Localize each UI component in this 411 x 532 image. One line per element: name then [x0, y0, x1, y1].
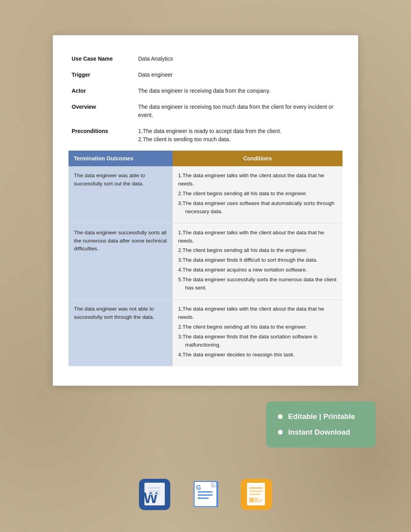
list-item: 1.The data engineer talks with the clien… [178, 172, 337, 188]
feature-download-label: Instant Download [288, 428, 350, 437]
list-item: 3.The data engineer finds that the data … [178, 333, 337, 349]
feature-editable-label: Editable | Printable [288, 412, 355, 421]
features-badge: Editable | Printable Instant Download [266, 401, 376, 448]
col-header-outcomes: Termination Outcomes [68, 151, 173, 166]
bullet-icon [278, 414, 283, 419]
svg-rect-22 [249, 487, 263, 489]
outcome-cell: The data engineer successfully sorts all… [68, 223, 173, 299]
value-overview: The data engineer is receiving too much … [135, 99, 342, 123]
list-item: 4.The data engineer acquires a new sorta… [178, 266, 337, 274]
list-item: 2.The client begins sending all his data… [178, 190, 337, 198]
label-overview: Overview [68, 99, 135, 123]
svg-rect-16 [198, 491, 213, 492]
list-item: 1.The data engineer talks with the clien… [178, 229, 337, 245]
svg-rect-18 [198, 498, 209, 499]
value-actor: The data engineer is receiving data from… [135, 83, 342, 99]
svg-rect-7 [148, 494, 160, 495]
list-item: 3.The data engineer finds it difficult t… [178, 256, 337, 264]
svg-rect-6 [148, 491, 160, 492]
app-icons-section: W [0, 467, 411, 530]
precondition-1: 1.The data engineer is ready to accept d… [138, 127, 339, 135]
conditions-cell: 1.The data engineer talks with the clien… [173, 166, 342, 223]
pages-icon [241, 479, 272, 510]
svg-rect-5 [148, 487, 160, 489]
svg-rect-17 [198, 494, 213, 496]
list-item: 2.The client begins sending all his data… [178, 246, 337, 255]
label-trigger: Trigger [68, 67, 135, 83]
list-item: 2.The client begins sending all his data… [178, 323, 337, 331]
svg-rect-27 [259, 499, 262, 502]
table-row: Preconditions 1.The data engineer is rea… [68, 123, 342, 147]
table-row: Use Case Name Data Analytics [68, 51, 342, 67]
col-header-conditions: Conditions [173, 151, 342, 166]
value-trigger: Data engineer [135, 67, 342, 83]
label-use-case-name: Use Case Name [68, 51, 135, 67]
bullet-icon-2 [278, 430, 283, 435]
feature-download: Instant Download [278, 428, 364, 437]
use-case-table: Termination Outcomes Conditions The data… [68, 151, 342, 366]
feature-editable: Editable | Printable [278, 412, 364, 421]
conditions-cell: 1.The data engineer talks with the clien… [173, 300, 342, 366]
table-row: The data engineer was not able to succes… [68, 300, 342, 366]
table-row: The data engineer successfully sorts all… [68, 223, 342, 299]
google-docs-icon: G [190, 479, 221, 510]
conditions-cell: 1.The data engineer talks with the clien… [173, 223, 342, 299]
list-item: 4.The data engineer decides to reassign … [178, 351, 337, 359]
svg-text:G: G [196, 484, 201, 491]
table-row: Trigger Data engineer [68, 67, 342, 83]
label-preconditions: Preconditions [68, 123, 135, 147]
page-container: Use Case Name Data Analytics Trigger Dat… [0, 35, 411, 532]
list-item: 5.The data engineer successfully sorts t… [178, 276, 337, 292]
table-row: Overview The data engineer is receiving … [68, 99, 342, 123]
svg-rect-25 [249, 498, 254, 502]
list-item: 3.The data engineer uses software that a… [178, 200, 337, 216]
label-actor: Actor [68, 83, 135, 99]
table-row: Actor The data engineer is receiving dat… [68, 83, 342, 99]
svg-text:W: W [144, 490, 158, 506]
precondition-2: 2.The client is sending too much data. [138, 135, 339, 144]
svg-rect-26 [255, 498, 258, 502]
outcome-cell: The data engineer was able to successful… [68, 166, 173, 223]
list-item: 1.The data engineer talks with the clien… [178, 305, 337, 322]
svg-rect-23 [249, 491, 263, 492]
word-icon: W [139, 479, 170, 510]
outcome-cell: The data engineer was not able to succes… [68, 300, 173, 366]
table-header-row: Termination Outcomes Conditions [68, 151, 342, 166]
document-card: Use Case Name Data Analytics Trigger Dat… [53, 35, 358, 386]
value-preconditions: 1.The data engineer is ready to accept d… [135, 123, 342, 147]
value-use-case-name: Data Analytics [135, 51, 342, 67]
info-table: Use Case Name Data Analytics Trigger Dat… [68, 51, 342, 147]
svg-rect-24 [249, 494, 260, 495]
table-row: The data engineer was able to successful… [68, 166, 342, 223]
